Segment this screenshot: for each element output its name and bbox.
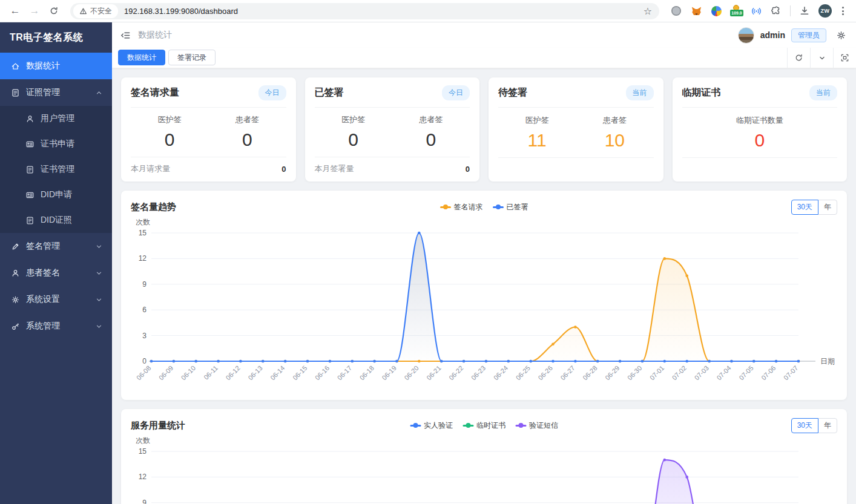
legend-item-2[interactable]: 验证短信	[515, 421, 558, 431]
stat-label: 患者签	[208, 114, 286, 125]
stat-0: 临期证书数量 0	[682, 115, 838, 151]
range-button-年[interactable]: 年	[818, 418, 837, 433]
stat-value: 0	[315, 129, 392, 150]
sidebar-item-label: 系统设置	[26, 294, 60, 305]
security-chip[interactable]: 不安全	[73, 4, 118, 18]
svg-text:06-12: 06-12	[224, 364, 241, 381]
card-title: 已签署	[315, 87, 344, 99]
footer-value: 0	[466, 165, 470, 174]
wallet-extension-icon[interactable]	[710, 5, 722, 17]
settings-gear-icon[interactable]	[836, 30, 846, 41]
gear-icon	[11, 295, 20, 304]
sidebar-subitem-label: DID申请	[41, 189, 72, 200]
browser-reload-icon[interactable]	[46, 3, 62, 19]
browser-menu-icon[interactable]	[840, 7, 846, 15]
svg-text:06-29: 06-29	[604, 364, 621, 381]
legend-item-1[interactable]: 已签署	[493, 202, 528, 212]
bookmark-star-icon[interactable]: ☆	[640, 5, 656, 17]
license-icon	[11, 88, 20, 97]
signal-extension-icon[interactable]	[750, 5, 762, 17]
range-button-30天[interactable]: 30天	[791, 200, 818, 215]
url-text: 192.168.31.199:9080/dashboard	[124, 7, 238, 16]
price-badge-extension-icon[interactable]: 109.0	[730, 5, 742, 17]
svg-text:06-25: 06-25	[515, 364, 532, 381]
sidebar-item-3[interactable]: 患者签名	[0, 260, 112, 286]
legend-item-1[interactable]: 临时证书	[463, 421, 505, 431]
svg-text:9: 9	[142, 499, 147, 504]
tab-0[interactable]: 数据统计	[118, 50, 165, 65]
svg-text:次数: 次数	[136, 436, 150, 445]
chart-plot[interactable]: 03691215次数日期06-0806-0906-1006-1106-1206-…	[131, 217, 837, 398]
chevron-down-icon	[94, 322, 104, 331]
svg-text:06-27: 06-27	[559, 364, 576, 381]
sidebar-item-5[interactable]: 系统管理	[0, 313, 112, 339]
svg-text:12: 12	[139, 473, 147, 481]
svg-text:06-10: 06-10	[180, 364, 197, 381]
extensions-puzzle-icon[interactable]	[770, 5, 782, 17]
sidebar-item-2[interactable]: 签名管理	[0, 233, 112, 260]
doc-icon	[25, 165, 35, 174]
range-button-30天[interactable]: 30天	[791, 418, 818, 433]
stat-value: 10	[576, 130, 653, 151]
range-button-年[interactable]: 年	[818, 200, 837, 215]
card-badge: 今日	[258, 85, 286, 100]
stat-cards-row: 签名请求量 今日 医护签 0 患者签 0 本月请求量 0 已签署 今日 医护签 …	[121, 77, 847, 182]
dashboard-content: 签名请求量 今日 医护签 0 患者签 0 本月请求量 0 已签署 今日 医护签 …	[112, 68, 856, 504]
key-icon	[11, 322, 20, 331]
legend-item-0[interactable]: 实人验证	[410, 421, 453, 431]
chart-card-0: 签名量趋势 签名请求 已签署 30天年 03691215次数日期06-0806-…	[121, 191, 847, 400]
sidebar-subitem-4[interactable]: DID证照	[0, 208, 112, 233]
chart-header: 服务用量统计 实人验证 临时证书 验证短信 30天年	[131, 417, 837, 433]
stat-label: 医护签	[498, 115, 576, 126]
svg-text:07-03: 07-03	[693, 364, 710, 381]
chevron-down-icon	[94, 269, 104, 278]
address-bar[interactable]: 不安全 192.168.31.199:9080/dashboard ☆	[70, 3, 659, 19]
svg-text:06-24: 06-24	[492, 364, 509, 381]
extension-circle-icon[interactable]	[670, 5, 682, 17]
svg-text:0: 0	[142, 357, 147, 365]
svg-text:06-26: 06-26	[537, 364, 554, 381]
svg-text:07-01: 07-01	[648, 364, 665, 381]
stat-value: 0	[392, 129, 470, 150]
stat-0: 医护签 0	[315, 114, 392, 150]
svg-text:07-05: 07-05	[737, 364, 754, 381]
username[interactable]: admin	[760, 30, 785, 40]
svg-text:06-19: 06-19	[381, 364, 398, 381]
chevron-down-icon	[94, 242, 104, 251]
browser-forward-icon[interactable]: →	[27, 3, 42, 19]
sidebar-item-0[interactable]: 数据统计	[0, 53, 112, 79]
stat-label: 患者签	[392, 114, 470, 125]
card-title: 签名请求量	[131, 87, 179, 99]
user-avatar[interactable]	[738, 27, 754, 44]
card-stats: 医护签 11 患者签 10	[498, 108, 654, 157]
stat-card-1: 已签署 今日 医护签 0 患者签 0 本月签署量 0	[305, 77, 480, 182]
stat-1: 患者签 10	[576, 115, 653, 151]
user-icon	[11, 269, 20, 278]
sidebar-subitem-3[interactable]: DID申请	[0, 182, 112, 208]
extensions-row: 109.0 ZW	[668, 4, 849, 18]
stat-value: 0	[208, 129, 286, 150]
refresh-icon[interactable]	[787, 48, 810, 68]
sidebar-subitem-2[interactable]: 证书管理	[0, 157, 112, 182]
sidebar-subitem-0[interactable]: 用户管理	[0, 106, 112, 131]
sidebar-item-1[interactable]: 证照管理	[0, 79, 112, 106]
card-badge: 当前	[809, 85, 837, 100]
browser-back-icon[interactable]: ←	[7, 3, 23, 19]
downloads-icon[interactable]	[798, 5, 811, 17]
browser-profile-avatar[interactable]: ZW	[818, 4, 832, 18]
card-title: 临期证书	[682, 87, 721, 99]
sidebar-item-4[interactable]: 系统设置	[0, 286, 112, 313]
sidebar-item-label: 患者签名	[26, 267, 60, 278]
sidebar-subitem-1[interactable]: 证书申请	[0, 131, 112, 157]
metamask-fox-icon[interactable]	[690, 5, 702, 17]
legend-item-0[interactable]: 签名请求	[440, 202, 483, 212]
chart-plot[interactable]: 03691215次数日期06-0806-0906-1006-1106-1206-…	[131, 436, 837, 504]
chevron-down-icon[interactable]	[810, 48, 833, 68]
stat-value: 0	[682, 130, 838, 151]
svg-text:次数: 次数	[136, 218, 150, 226]
sidebar-fold-icon[interactable]	[120, 30, 131, 41]
tab-1[interactable]: 签署记录	[168, 50, 216, 65]
svg-text:6: 6	[142, 306, 147, 314]
stat-1: 患者签 0	[208, 114, 286, 150]
maximize-icon[interactable]	[833, 48, 856, 68]
